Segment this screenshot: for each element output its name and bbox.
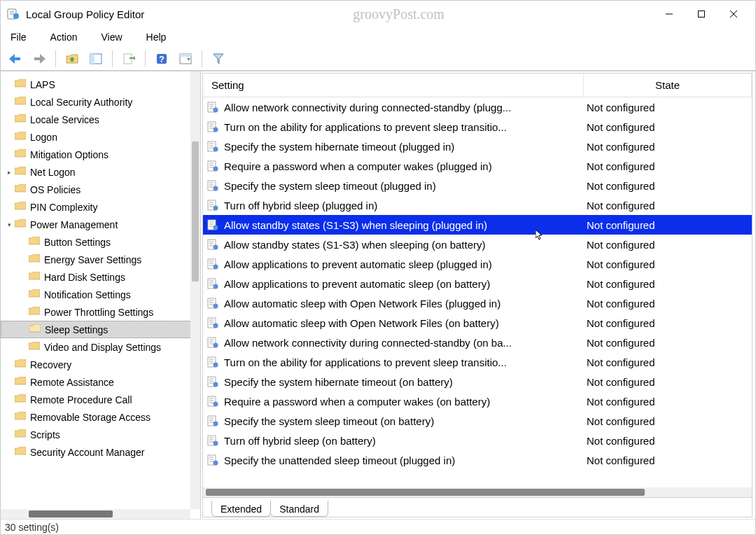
tree-item[interactable]: Local Security Authority	[1, 93, 200, 111]
tree-spacer	[5, 203, 13, 211]
menu-action[interactable]: Action	[46, 29, 82, 46]
column-state[interactable]: State	[584, 74, 752, 97]
setting-row[interactable]: Specify the system sleep timeout (plugge…	[203, 176, 752, 195]
help-button[interactable]: ?	[151, 49, 172, 69]
setting-row[interactable]: Turn off hybrid sleep (plugged in)Not co…	[203, 195, 752, 215]
details-pane-button[interactable]	[85, 49, 106, 69]
tree-item[interactable]: Power Throttling Settings	[1, 303, 200, 321]
menu-help[interactable]: Help	[142, 29, 171, 46]
folder-icon	[29, 254, 44, 265]
column-setting[interactable]: Setting	[203, 74, 584, 97]
tab-standard[interactable]: Standard	[270, 501, 328, 517]
setting-row[interactable]: Turn on the ability for applications to …	[203, 352, 752, 372]
setting-icon	[207, 141, 218, 152]
export-button[interactable]	[118, 49, 139, 69]
tree-item[interactable]: Button Settings	[1, 233, 200, 251]
filter-button[interactable]	[208, 49, 229, 69]
setting-state: Not configured	[584, 180, 752, 192]
close-button[interactable]	[718, 3, 750, 25]
setting-state: Not configured	[584, 337, 752, 349]
svg-point-56	[214, 245, 218, 250]
setting-row[interactable]: Specify the unattended sleep timeout (pl…	[203, 450, 752, 470]
tree-item[interactable]: Logon	[1, 128, 200, 146]
status-text: 30 setting(s)	[5, 522, 59, 533]
tree-vertical-scrollbar[interactable]	[190, 71, 200, 509]
setting-row[interactable]: Turn off hybrid sleep (on battery)Not co…	[203, 431, 752, 450]
tree-spacer	[19, 343, 27, 352]
setting-row[interactable]: Allow network connectivity during connec…	[203, 333, 752, 352]
setting-row[interactable]: Allow automatic sleep with Open Network …	[203, 293, 752, 313]
tree-item-label: Hard Disk Settings	[44, 272, 125, 283]
chevron-right-icon[interactable]: ▸	[5, 168, 13, 176]
tree-item[interactable]: Video and Display Settings	[1, 338, 200, 356]
setting-row[interactable]: Allow network connectivity during connec…	[203, 97, 752, 117]
tree-item[interactable]: Removable Storage Access	[1, 408, 200, 426]
setting-row[interactable]: Allow applications to prevent automatic …	[203, 274, 752, 293]
setting-icon	[207, 278, 218, 289]
svg-point-76	[214, 324, 218, 328]
setting-row[interactable]: Allow applications to prevent automatic …	[203, 254, 752, 274]
tree-item[interactable]: Sleep Settings	[1, 321, 200, 338]
tree-item-label: Mitigation Options	[30, 149, 108, 160]
setting-state: Not configured	[584, 317, 752, 329]
tree-item[interactable]: Remote Procedure Call	[1, 391, 200, 408]
tree-item[interactable]: Mitigation Options	[1, 146, 200, 163]
tree-item[interactable]: Remote Assistance	[1, 373, 200, 391]
properties-button[interactable]	[175, 49, 196, 69]
setting-name: Require a password when a computer wakes…	[224, 160, 584, 172]
maximize-button[interactable]	[685, 3, 718, 25]
tree-item[interactable]: LAPS	[1, 76, 200, 93]
tree-item[interactable]: Hard Disk Settings	[1, 268, 200, 286]
folder-icon	[15, 219, 30, 230]
setting-row[interactable]: Allow automatic sleep with Open Network …	[203, 313, 752, 333]
menu-view[interactable]: View	[97, 29, 126, 46]
tree-item[interactable]: PIN Complexity	[1, 198, 200, 216]
setting-row[interactable]: Allow standby states (S1-S3) when sleepi…	[203, 235, 752, 254]
settings-list[interactable]: Allow network connectivity during connec…	[203, 97, 752, 487]
setting-row[interactable]: Require a password when a computer wakes…	[203, 391, 752, 411]
setting-icon	[207, 317, 218, 328]
content-area: LAPSLocal Security AuthorityLocale Servi…	[1, 71, 755, 519]
tree-item[interactable]: ▸Net Logon	[1, 163, 200, 181]
setting-icon	[207, 435, 218, 446]
tree-view[interactable]: LAPSLocal Security AuthorityLocale Servi…	[1, 71, 200, 519]
tree-item[interactable]: Security Account Manager	[1, 443, 200, 461]
tree-item[interactable]: Locale Services	[1, 111, 200, 128]
minimize-button[interactable]	[653, 3, 685, 25]
detail-horizontal-scrollbar[interactable]	[203, 487, 752, 497]
tree-spacer	[5, 431, 13, 439]
setting-icon	[207, 298, 218, 309]
setting-icon	[207, 102, 218, 113]
tree-item[interactable]: Recovery	[1, 356, 200, 373]
setting-row[interactable]: Specify the system hibernate timeout (on…	[203, 372, 752, 391]
tree-item[interactable]: OS Policies	[1, 181, 200, 198]
setting-row[interactable]: Turn on the ability for applications to …	[203, 117, 752, 137]
back-button[interactable]	[5, 49, 26, 69]
setting-state: Not configured	[584, 356, 752, 368]
tree-horizontal-scrollbar[interactable]	[1, 509, 190, 519]
setting-row[interactable]: Specify the system sleep timeout (on bat…	[203, 411, 752, 431]
tree-item-label: Locale Services	[30, 114, 99, 125]
tab-extended[interactable]: Extended	[211, 501, 271, 517]
setting-row[interactable]: Allow standby states (S1-S3) when sleepi…	[203, 215, 752, 235]
folder-icon	[15, 377, 30, 388]
tree-spacer	[5, 81, 13, 89]
chevron-down-icon[interactable]: ▾	[5, 221, 13, 229]
setting-state: Not configured	[584, 219, 752, 231]
svg-point-31	[214, 147, 218, 152]
folder-icon	[15, 447, 30, 458]
up-folder-button[interactable]	[62, 49, 83, 69]
menu-file[interactable]: File	[6, 29, 31, 46]
svg-rect-5	[699, 11, 705, 18]
tree-item[interactable]: Scripts	[1, 426, 200, 443]
setting-row[interactable]: Require a password when a computer wakes…	[203, 156, 752, 176]
setting-state: Not configured	[584, 258, 752, 270]
menubar: File Action View Help	[1, 27, 755, 47]
setting-row[interactable]: Specify the system hibernate timeout (pl…	[203, 137, 752, 156]
tree-item[interactable]: ▾Power Management	[1, 216, 200, 233]
folder-icon	[15, 394, 30, 405]
svg-point-66	[214, 284, 218, 289]
tree-item[interactable]: Energy Saver Settings	[1, 251, 200, 268]
forward-button[interactable]	[29, 49, 50, 69]
tree-item[interactable]: Notification Settings	[1, 286, 200, 303]
